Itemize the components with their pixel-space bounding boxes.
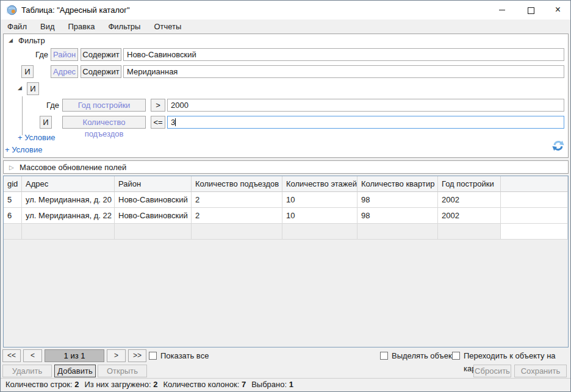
page-next-button[interactable]: > [107, 349, 126, 362]
add-condition-link[interactable]: + Условие [5, 145, 42, 154]
open-button[interactable]: Открыть [98, 365, 147, 377]
menu-item-1[interactable]: Вид [34, 20, 62, 34]
minimize-icon [499, 10, 505, 10]
expander-expanded-icon[interactable]: ◢ [9, 38, 13, 43]
cell-r2-c5 [357, 224, 438, 240]
window-title: Таблица: "Адресный каталог" [21, 1, 130, 20]
cell-r0-c3[interactable]: 2 [192, 192, 282, 208]
expander-collapsed-icon[interactable]: ▷ [9, 165, 14, 171]
column-header-5[interactable]: Количество квартир [357, 176, 438, 192]
cell-r1-c2[interactable]: Ново-Савиновский [115, 208, 192, 224]
add-button[interactable]: Добавить [54, 365, 96, 377]
cell-r1-c4[interactable]: 10 [282, 208, 357, 224]
cell-r1-c1[interactable]: ул. Меридианная, д. 22 [22, 208, 115, 224]
reset-button[interactable]: Сбросить [473, 365, 511, 377]
menu-item-3[interactable]: Фильтры [101, 20, 147, 34]
globe-icon [7, 5, 17, 15]
column-header-0[interactable]: gid [4, 176, 22, 192]
filter-row1-value-input[interactable]: Ново-Савиновский [123, 48, 564, 61]
menu-item-2[interactable]: Правка [62, 20, 102, 34]
cell-r0-c6[interactable]: 2002 [438, 192, 501, 208]
cell-r0-c7 [501, 192, 568, 208]
menu-item-0[interactable]: Файл [1, 20, 34, 34]
page-indicator: 1 из 1 [45, 349, 104, 362]
grid-new-row [4, 224, 568, 240]
filter-header-label[interactable]: Фильтр [18, 36, 45, 46]
group-add-condition-link[interactable]: + Условие [18, 133, 55, 142]
cell-r1-c3[interactable]: 2 [192, 208, 282, 224]
group-row1-value-input[interactable]: 2000 [167, 99, 564, 112]
cell-r2-c0 [4, 224, 22, 240]
cell-r0-c4[interactable]: 10 [282, 192, 357, 208]
table-row: 6ул. Меридианная, д. 22Ново-Савиновский2… [4, 208, 568, 224]
goto-object-checkbox[interactable] [452, 352, 460, 360]
cell-r0-c5[interactable]: 98 [357, 192, 438, 208]
table-row: 5ул. Меридианная, д. 20Ново-Савиновский2… [4, 192, 568, 208]
delete-button[interactable]: Удалить [2, 365, 52, 377]
menu-item-4[interactable]: Отчеты [147, 20, 188, 34]
group-row2-field-button[interactable]: Количество подъездов [62, 116, 146, 129]
cell-r2-c6 [438, 224, 501, 240]
filter-row2-field-button[interactable]: Адрес [51, 65, 78, 78]
column-header-4[interactable]: Количество этажей [282, 176, 357, 192]
minimize-button[interactable] [488, 1, 516, 20]
cell-r2-c2 [115, 224, 192, 240]
highlight-object-label: Выделять объект [392, 349, 456, 362]
mass-update-label[interactable]: Массовое обновление полей [20, 163, 126, 173]
close-icon: × [555, 4, 561, 15]
group-row2-op-button[interactable]: <= [151, 116, 165, 129]
cell-r1-c0[interactable]: 6 [4, 208, 22, 224]
group-expander-expanded-icon[interactable]: ◢ [18, 85, 22, 91]
status-part-2: Количество колонок: 7 [163, 380, 246, 389]
status-part-0: Количество строк: 2 [5, 380, 79, 389]
cell-r2-c1 [22, 224, 115, 240]
data-grid: gidАдресРайонКоличество подъездовКоличес… [3, 176, 569, 347]
status-bar: Количество строк: 2Из них загружено: 2Ко… [1, 378, 570, 391]
status-part-1: Из них загружено: 2 [84, 380, 157, 389]
cell-r1-c7 [501, 208, 568, 224]
highlight-object-checkbox[interactable] [380, 352, 388, 360]
group-row1-prefix: Где [29, 99, 59, 112]
cell-r0-c1[interactable]: ул. Меридианная, д. 20 [22, 192, 115, 208]
maximize-icon [528, 7, 534, 14]
filter-row2-op-button[interactable]: Содержит [81, 65, 121, 78]
show-all-label: Показать все [160, 349, 209, 362]
cell-r2-c4 [282, 224, 357, 240]
filter-row2-and-button[interactable]: И [21, 65, 34, 78]
mass-update-panel[interactable]: ▷ Массовое обновление полей [3, 160, 569, 174]
grid-header-row: gidАдресРайонКоличество подъездовКоличес… [4, 176, 568, 192]
app-window: Таблица: "Адресный каталог" × ФайлВидПра… [0, 0, 571, 392]
title-bar: Таблица: "Адресный каталог" × [1, 1, 570, 20]
filter-row2-value-input[interactable]: Меридианная [123, 65, 564, 78]
group-guide-line [22, 96, 23, 135]
menu-bar: ФайлВидПравкаФильтрыОтчеты [1, 20, 570, 34]
column-header-7[interactable] [501, 176, 568, 192]
filter-row1-op-button[interactable]: Содержит [81, 48, 121, 61]
page-prev-button[interactable]: < [23, 349, 42, 362]
cell-r0-c2[interactable]: Ново-Савиновский [115, 192, 192, 208]
show-all-checkbox[interactable] [149, 352, 157, 360]
cell-r0-c0[interactable]: 5 [4, 192, 22, 208]
cell-r1-c5[interactable]: 98 [357, 208, 438, 224]
page-last-button[interactable]: >> [128, 349, 146, 362]
group-row2-value-input[interactable]: 3 [167, 116, 564, 129]
filter-row1-field-button[interactable]: Район [51, 48, 78, 61]
column-header-6[interactable]: Год постройки [438, 176, 501, 192]
cell-r1-c6[interactable]: 2002 [438, 208, 501, 224]
refresh-icon[interactable] [552, 140, 564, 152]
column-header-2[interactable]: Район [115, 176, 192, 192]
goto-object-label: Переходить к объекту на карте [464, 349, 570, 362]
group-row2-and-button[interactable]: И [40, 116, 52, 129]
page-first-button[interactable]: << [2, 349, 21, 362]
filter-row1-prefix: Где [18, 48, 48, 61]
column-header-1[interactable]: Адрес [22, 176, 115, 192]
group-row1-op-button[interactable]: > [151, 99, 165, 112]
save-button[interactable]: Сохранить [514, 365, 567, 377]
group-row1-field-button[interactable]: Год постройки [62, 99, 146, 112]
filter-panel: ◢ Фильтр Где Район Содержит Ново-Савинов… [3, 34, 569, 158]
text-caret [175, 118, 176, 126]
filter-group-operator-button[interactable]: И [27, 82, 39, 95]
column-header-3[interactable]: Количество подъездов [192, 176, 282, 192]
close-button[interactable]: × [545, 1, 571, 20]
maximize-button[interactable] [516, 1, 545, 20]
